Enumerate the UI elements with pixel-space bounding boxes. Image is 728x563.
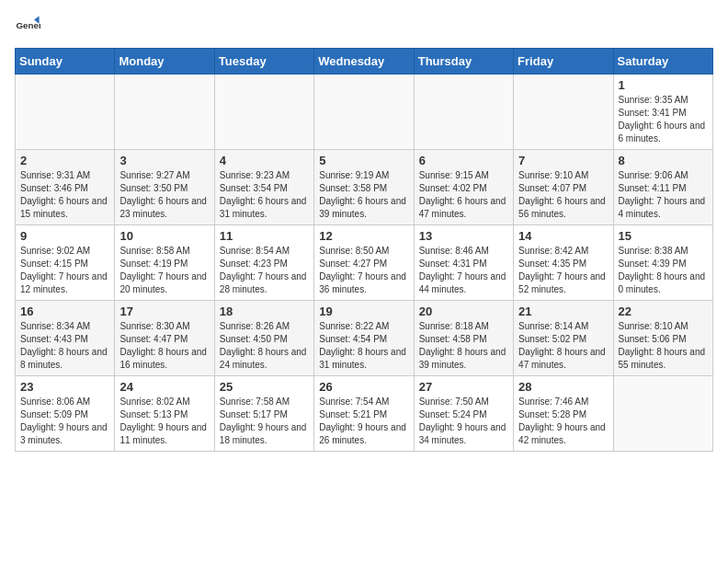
day-info: Sunrise: 9:31 AM Sunset: 3:46 PM Dayligh…	[20, 169, 109, 221]
day-info: Sunrise: 8:46 AM Sunset: 4:31 PM Dayligh…	[419, 245, 508, 296]
calendar-cell: 3Sunrise: 9:27 AM Sunset: 3:50 PM Daylig…	[115, 150, 214, 225]
svg-text:General: General	[16, 20, 40, 30]
calendar-cell: 13Sunrise: 8:46 AM Sunset: 4:31 PM Dayli…	[414, 225, 513, 301]
day-number: 2	[20, 154, 109, 167]
day-number: 13	[419, 229, 508, 243]
calendar-week-row: 9Sunrise: 9:02 AM Sunset: 4:15 PM Daylig…	[16, 225, 713, 301]
day-info: Sunrise: 9:35 AM Sunset: 3:41 PM Dayligh…	[619, 94, 708, 145]
calendar-cell: 24Sunrise: 8:02 AM Sunset: 5:13 PM Dayli…	[115, 376, 214, 452]
day-info: Sunrise: 9:27 AM Sunset: 3:50 PM Dayligh…	[119, 169, 209, 221]
day-number: 11	[220, 229, 309, 243]
day-info: Sunrise: 9:19 AM Sunset: 3:58 PM Dayligh…	[319, 169, 408, 221]
day-of-week-header: Saturday	[613, 49, 712, 75]
day-number: 12	[319, 229, 408, 243]
day-of-week-header: Tuesday	[214, 49, 313, 75]
calendar-cell	[514, 75, 613, 150]
calendar-cell: 25Sunrise: 7:58 AM Sunset: 5:17 PM Dayli…	[214, 376, 313, 452]
day-info: Sunrise: 8:38 AM Sunset: 4:39 PM Dayligh…	[619, 245, 708, 296]
calendar-cell	[314, 75, 414, 150]
calendar-table: SundayMondayTuesdayWednesdayThursdayFrid…	[15, 48, 713, 452]
day-info: Sunrise: 7:46 AM Sunset: 5:28 PM Dayligh…	[518, 396, 608, 447]
day-info: Sunrise: 8:50 AM Sunset: 4:27 PM Dayligh…	[319, 245, 408, 296]
calendar-cell: 10Sunrise: 8:58 AM Sunset: 4:19 PM Dayli…	[115, 225, 214, 301]
day-number: 28	[518, 380, 608, 394]
day-number: 20	[419, 304, 508, 318]
calendar-cell: 6Sunrise: 9:15 AM Sunset: 4:02 PM Daylig…	[414, 150, 513, 225]
calendar-cell: 9Sunrise: 9:02 AM Sunset: 4:15 PM Daylig…	[16, 225, 115, 301]
calendar-cell: 5Sunrise: 9:19 AM Sunset: 3:58 PM Daylig…	[314, 150, 414, 225]
day-info: Sunrise: 7:58 AM Sunset: 5:17 PM Dayligh…	[220, 396, 309, 447]
logo-icon: General	[15, 15, 40, 40]
calendar-cell: 17Sunrise: 8:30 AM Sunset: 4:47 PM Dayli…	[115, 301, 214, 376]
calendar-cell: 16Sunrise: 8:34 AM Sunset: 4:43 PM Dayli…	[16, 301, 115, 376]
day-info: Sunrise: 9:06 AM Sunset: 4:11 PM Dayligh…	[619, 169, 708, 221]
calendar-cell	[16, 75, 115, 150]
calendar-week-row: 2Sunrise: 9:31 AM Sunset: 3:46 PM Daylig…	[16, 150, 713, 225]
day-number: 1	[619, 78, 708, 92]
day-number: 19	[319, 304, 408, 318]
day-of-week-header: Monday	[115, 49, 214, 75]
calendar-cell: 19Sunrise: 8:22 AM Sunset: 4:54 PM Dayli…	[314, 301, 414, 376]
day-number: 18	[220, 304, 309, 318]
day-info: Sunrise: 8:26 AM Sunset: 4:50 PM Dayligh…	[220, 320, 309, 372]
day-number: 21	[518, 304, 608, 318]
day-of-week-header: Thursday	[414, 49, 513, 75]
day-number: 25	[220, 380, 309, 394]
calendar-cell: 8Sunrise: 9:06 AM Sunset: 4:11 PM Daylig…	[613, 150, 712, 225]
calendar-cell: 26Sunrise: 7:54 AM Sunset: 5:21 PM Dayli…	[314, 376, 414, 452]
day-of-week-header: Sunday	[16, 49, 115, 75]
day-of-week-header: Wednesday	[314, 49, 414, 75]
calendar-cell: 2Sunrise: 9:31 AM Sunset: 3:46 PM Daylig…	[16, 150, 115, 225]
calendar-cell: 23Sunrise: 8:06 AM Sunset: 5:09 PM Dayli…	[16, 376, 115, 452]
calendar-cell: 1Sunrise: 9:35 AM Sunset: 3:41 PM Daylig…	[613, 75, 712, 150]
calendar-cell: 12Sunrise: 8:50 AM Sunset: 4:27 PM Dayli…	[314, 225, 414, 301]
day-number: 3	[119, 154, 209, 167]
page-header: General	[15, 15, 713, 40]
day-info: Sunrise: 8:58 AM Sunset: 4:19 PM Dayligh…	[119, 245, 209, 296]
day-info: Sunrise: 8:34 AM Sunset: 4:43 PM Dayligh…	[20, 320, 109, 372]
day-number: 8	[619, 154, 708, 167]
logo: General	[15, 15, 44, 40]
calendar-cell: 18Sunrise: 8:26 AM Sunset: 4:50 PM Dayli…	[214, 301, 313, 376]
day-number: 5	[319, 154, 408, 167]
day-info: Sunrise: 8:02 AM Sunset: 5:13 PM Dayligh…	[119, 396, 209, 447]
day-info: Sunrise: 7:50 AM Sunset: 5:24 PM Dayligh…	[419, 396, 508, 447]
calendar-header-row: SundayMondayTuesdayWednesdayThursdayFrid…	[16, 49, 713, 75]
calendar-week-row: 1Sunrise: 9:35 AM Sunset: 3:41 PM Daylig…	[16, 75, 713, 150]
calendar-cell	[414, 75, 513, 150]
day-number: 9	[20, 229, 109, 243]
day-info: Sunrise: 8:42 AM Sunset: 4:35 PM Dayligh…	[518, 245, 608, 296]
day-info: Sunrise: 9:15 AM Sunset: 4:02 PM Dayligh…	[419, 169, 508, 221]
day-number: 15	[619, 229, 708, 243]
day-info: Sunrise: 8:06 AM Sunset: 5:09 PM Dayligh…	[20, 396, 109, 447]
day-number: 16	[20, 304, 109, 318]
day-info: Sunrise: 7:54 AM Sunset: 5:21 PM Dayligh…	[319, 396, 408, 447]
day-number: 22	[619, 304, 708, 318]
calendar-cell: 7Sunrise: 9:10 AM Sunset: 4:07 PM Daylig…	[514, 150, 613, 225]
calendar-cell: 28Sunrise: 7:46 AM Sunset: 5:28 PM Dayli…	[514, 376, 613, 452]
day-info: Sunrise: 8:18 AM Sunset: 4:58 PM Dayligh…	[419, 320, 508, 372]
calendar-cell: 15Sunrise: 8:38 AM Sunset: 4:39 PM Dayli…	[613, 225, 712, 301]
calendar-cell: 4Sunrise: 9:23 AM Sunset: 3:54 PM Daylig…	[214, 150, 313, 225]
calendar-cell	[214, 75, 313, 150]
day-number: 17	[119, 304, 209, 318]
calendar-cell	[115, 75, 214, 150]
day-number: 4	[220, 154, 309, 167]
calendar-cell: 22Sunrise: 8:10 AM Sunset: 5:06 PM Dayli…	[613, 301, 712, 376]
calendar-cell	[613, 376, 712, 452]
calendar-cell: 11Sunrise: 8:54 AM Sunset: 4:23 PM Dayli…	[214, 225, 313, 301]
day-of-week-header: Friday	[514, 49, 613, 75]
day-number: 6	[419, 154, 508, 167]
day-number: 7	[518, 154, 608, 167]
calendar-cell: 21Sunrise: 8:14 AM Sunset: 5:02 PM Dayli…	[514, 301, 613, 376]
day-number: 27	[419, 380, 508, 394]
day-number: 23	[20, 380, 109, 394]
day-number: 24	[119, 380, 209, 394]
day-info: Sunrise: 9:23 AM Sunset: 3:54 PM Dayligh…	[220, 169, 309, 221]
calendar-week-row: 16Sunrise: 8:34 AM Sunset: 4:43 PM Dayli…	[16, 301, 713, 376]
day-info: Sunrise: 9:10 AM Sunset: 4:07 PM Dayligh…	[518, 169, 608, 221]
calendar-week-row: 23Sunrise: 8:06 AM Sunset: 5:09 PM Dayli…	[16, 376, 713, 452]
calendar-cell: 20Sunrise: 8:18 AM Sunset: 4:58 PM Dayli…	[414, 301, 513, 376]
day-number: 26	[319, 380, 408, 394]
day-info: Sunrise: 8:10 AM Sunset: 5:06 PM Dayligh…	[619, 320, 708, 372]
